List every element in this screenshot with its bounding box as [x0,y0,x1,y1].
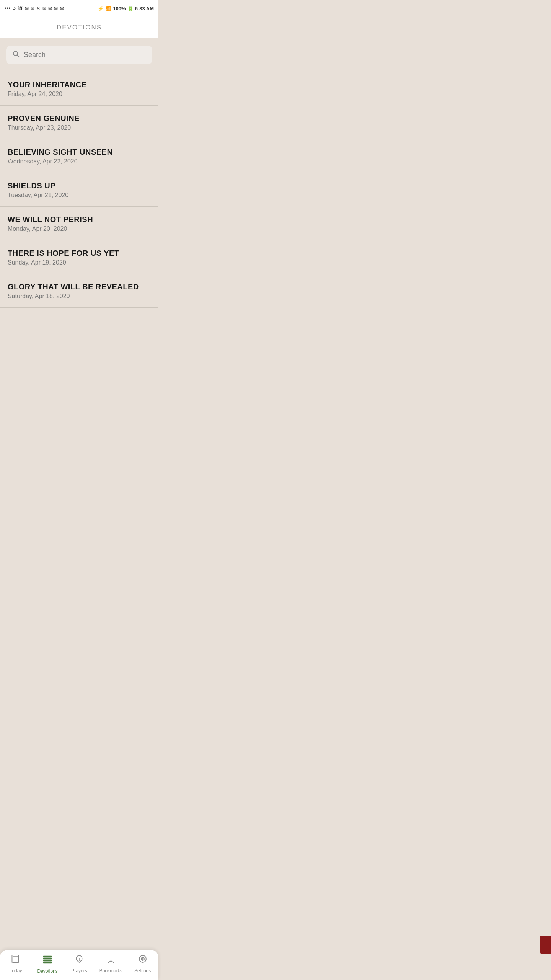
status-bar: ••• ↺ 🖼 ✉ ✉ ✕ ✉ ✉ ✉ ✉ ⚡ 📶 100% 🔋 6:33 AM [0,0,158,17]
battery-percent: 100% [113,6,126,11]
search-container [0,38,158,72]
devotion-title: YOUR INHERITANCE [8,80,151,89]
devotion-title: GLORY THAT WILL BE REVEALED [8,283,151,291]
devotion-item[interactable]: BELIEVING SIGHT UNSEEN Wednesday, Apr 22… [0,139,158,173]
devotion-date: Saturday, Apr 18, 2020 [8,293,151,300]
time: 6:33 AM [135,6,154,11]
bluetooth-icon: ⚡ [98,6,104,11]
devotion-title: BELIEVING SIGHT UNSEEN [8,148,151,157]
devotion-title: PROVEN GENUINE [8,114,151,123]
devotion-date: Tuesday, Apr 21, 2020 [8,192,151,199]
devotion-item[interactable]: PROVEN GENUINE Thursday, Apr 23, 2020 [0,106,158,139]
devotion-title: WE WILL NOT PERISH [8,215,151,224]
wifi-icon: 📶 [105,6,111,11]
devotion-date: Wednesday, Apr 22, 2020 [8,158,151,165]
devotion-item[interactable]: GLORY THAT WILL BE REVEALED Saturday, Ap… [0,274,158,308]
battery-icon: 🔋 [127,6,134,11]
status-icons-left: ••• ↺ 🖼 ✉ ✉ ✕ ✉ ✉ ✉ ✉ [5,6,64,11]
devotion-date: Thursday, Apr 23, 2020 [8,124,151,131]
svg-line-1 [17,55,20,57]
devotion-item[interactable]: WE WILL NOT PERISH Monday, Apr 20, 2020 [0,207,158,240]
devotion-date: Sunday, Apr 19, 2020 [8,259,151,266]
devotion-item[interactable]: THERE IS HOPE FOR US YET Sunday, Apr 19,… [0,240,158,274]
page-header: DEVOTIONS [0,17,158,38]
devotion-item[interactable]: SHIELDS UP Tuesday, Apr 21, 2020 [0,173,158,207]
search-input[interactable] [24,51,146,59]
devotion-item[interactable]: YOUR INHERITANCE Friday, Apr 24, 2020 [0,72,158,106]
page-title: DEVOTIONS [57,24,102,31]
status-right: ⚡ 📶 100% 🔋 6:33 AM [98,6,154,11]
devotion-date: Friday, Apr 24, 2020 [8,91,151,98]
devotion-title: THERE IS HOPE FOR US YET [8,249,151,258]
devotion-title: SHIELDS UP [8,181,151,190]
devotion-date: Monday, Apr 20, 2020 [8,225,151,232]
devotion-list: YOUR INHERITANCE Friday, Apr 24, 2020 PR… [0,72,158,308]
search-box[interactable] [6,46,152,64]
search-icon [12,50,20,60]
